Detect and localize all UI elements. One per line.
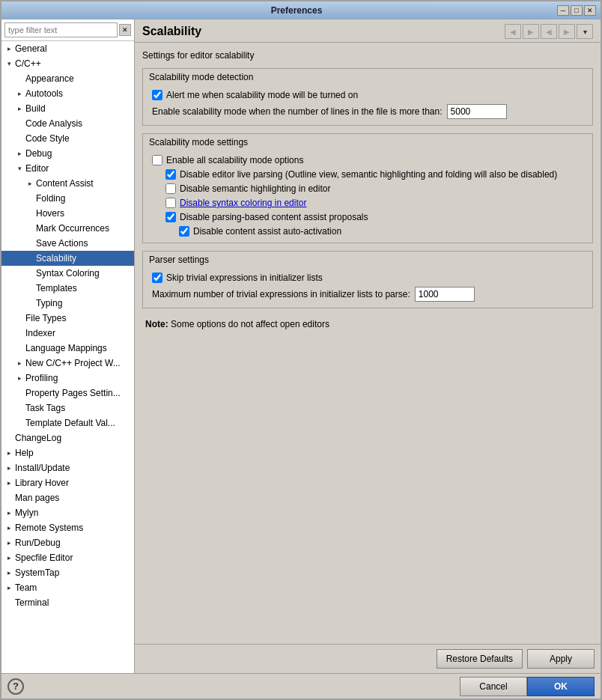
sidebar-item-code-style[interactable]: Code Style <box>1 131 134 146</box>
sidebar-item-label-specfile-editor: Specfile Editor <box>13 553 73 563</box>
sidebar-item-scalability[interactable]: Scalability <box>1 251 134 266</box>
filter-input[interactable] <box>4 22 118 37</box>
parser-section-content: Skip trivial expressions in initializer … <box>143 268 592 308</box>
sidebar-item-templates[interactable]: Templates <box>1 281 134 296</box>
filter-clear-button[interactable]: ✕ <box>119 24 131 36</box>
sidebar-item-content-assist[interactable]: ▸Content Assist <box>1 176 134 191</box>
sidebar-item-task-tags[interactable]: Task Tags <box>1 401 134 416</box>
sidebar-item-debug[interactable]: ▸Debug <box>1 146 134 161</box>
disable-auto-activation-checkbox[interactable] <box>179 226 189 237</box>
sidebar-item-property-pages-settings[interactable]: Property Pages Settin... <box>1 386 134 401</box>
sidebar-item-file-types[interactable]: File Types <box>1 311 134 326</box>
sidebar-item-label-mark-occurrences: Mark Occurrences <box>34 223 109 234</box>
sidebar-item-editor[interactable]: ▾Editor <box>1 161 134 176</box>
nav-back-button[interactable]: ◀ <box>505 24 521 39</box>
sidebar-item-template-default-values[interactable]: Template Default Val... <box>1 416 134 430</box>
sidebar-item-run-debug[interactable]: ▸Run/Debug <box>1 535 134 550</box>
nav-forward-button[interactable]: ▶ <box>523 24 539 39</box>
expand-icon-mark-occurrences <box>25 224 34 233</box>
sidebar-item-appearance[interactable]: Appearance <box>1 71 134 86</box>
sidebar-item-typing[interactable]: Typing <box>1 296 134 311</box>
disable-parsing-proposals-row: Disable parsing-based content assist pro… <box>149 212 586 222</box>
sidebar-item-syntax-coloring[interactable]: Syntax Coloring <box>1 266 134 281</box>
expand-icon-team: ▸ <box>4 583 13 592</box>
minimize-button[interactable]: ─ <box>557 5 569 16</box>
disable-live-parsing-checkbox[interactable] <box>165 169 176 180</box>
disable-syntax-label: Disable syntax coloring in editor <box>180 198 306 208</box>
sidebar-item-code-analysis[interactable]: Code Analysis <box>1 116 134 131</box>
sidebar-item-help[interactable]: ▸Help <box>1 445 134 460</box>
expand-icon-run-debug: ▸ <box>4 538 13 547</box>
enable-all-label: Enable all scalability mode options <box>166 155 303 165</box>
sidebar-item-changelog[interactable]: ChangeLog <box>1 430 134 445</box>
sidebar-item-label-save-actions: Save Actions <box>34 238 88 249</box>
maximize-button[interactable]: □ <box>571 5 583 16</box>
expand-icon-save-actions <box>25 239 34 248</box>
apply-button[interactable]: Apply <box>527 649 595 669</box>
sidebar-item-save-actions[interactable]: Save Actions <box>1 236 134 251</box>
expand-icon-profiling: ▸ <box>15 374 24 383</box>
sidebar-item-label-systemtap: SystemTap <box>13 567 59 578</box>
sidebar-item-c-cpp[interactable]: ▾C/C++ <box>1 56 134 71</box>
sidebar-item-remote-systems[interactable]: ▸Remote Systems <box>1 520 134 535</box>
alert-checkbox[interactable] <box>152 90 162 100</box>
sidebar-item-label-man-pages: Man pages <box>13 493 59 503</box>
expand-icon-terminal <box>4 598 13 607</box>
sidebar-item-install-update[interactable]: ▸Install/Update <box>1 460 134 475</box>
help-button[interactable]: ? <box>7 678 24 695</box>
sidebar-tree: ▸General▾C/C++Appearance▸Autotools▸Build… <box>1 41 134 673</box>
lines-threshold-input[interactable] <box>447 104 507 119</box>
max-trivial-input[interactable] <box>415 287 475 302</box>
sidebar-item-build[interactable]: ▸Build <box>1 101 134 116</box>
sidebar-item-label-content-assist: Content Assist <box>34 178 94 189</box>
sidebar-item-library-hover[interactable]: ▸Library Hover <box>1 475 134 490</box>
right-panel: Scalability ◀ ▶ ◀ ▶ ▾ Settings for edito… <box>135 19 601 673</box>
alert-checkbox-row: Alert me when scalability mode will be t… <box>149 90 586 100</box>
sidebar-item-label-scalability: Scalability <box>34 253 76 264</box>
sidebar-item-team[interactable]: ▸Team <box>1 580 134 595</box>
sidebar-item-specfile-editor[interactable]: ▸Specfile Editor <box>1 550 134 565</box>
disable-live-parsing-row: Disable editor live parsing (Outline vie… <box>149 169 586 180</box>
sidebar-item-label-hovers: Hovers <box>34 208 64 219</box>
nav-forward2-button[interactable]: ▶ <box>559 24 575 39</box>
skip-trivial-checkbox[interactable] <box>152 273 162 283</box>
sidebar-item-label-run-debug: Run/Debug <box>13 538 61 548</box>
expand-icon-task-tags <box>15 404 24 413</box>
alert-checkbox-label: Alert me when scalability mode will be t… <box>166 90 358 100</box>
sidebar-item-folding[interactable]: Folding <box>1 191 134 206</box>
nav-back2-button[interactable]: ◀ <box>541 24 557 39</box>
sidebar-item-profiling[interactable]: ▸Profiling <box>1 371 134 386</box>
note-strong: Note: <box>145 319 168 329</box>
sidebar-item-terminal[interactable]: Terminal <box>1 595 134 610</box>
sidebar-item-hovers[interactable]: Hovers <box>1 206 134 221</box>
close-button[interactable]: ✕ <box>584 5 596 16</box>
cancel-button[interactable]: Cancel <box>460 677 527 696</box>
sidebar-item-new-cpp-project[interactable]: ▸New C/C++ Project W... <box>1 356 134 371</box>
sidebar-item-label-c-cpp: C/C++ <box>13 58 41 69</box>
disable-syntax-checkbox[interactable] <box>165 198 176 208</box>
skip-trivial-row: Skip trivial expressions in initializer … <box>149 273 586 283</box>
disable-auto-activation-row: Disable content assist auto-activation <box>149 226 586 237</box>
sidebar-item-systemtap[interactable]: ▸SystemTap <box>1 565 134 580</box>
restore-defaults-button[interactable]: Restore Defaults <box>437 649 523 669</box>
sidebar-item-label-property-pages-settings: Property Pages Settin... <box>24 388 121 398</box>
expand-icon-specfile-editor: ▸ <box>4 553 13 562</box>
sidebar-item-indexer[interactable]: Indexer <box>1 326 134 341</box>
disable-proposals-checkbox[interactable] <box>165 212 176 222</box>
sidebar-item-mark-occurrences[interactable]: Mark Occurrences <box>1 221 134 236</box>
enable-all-checkbox[interactable] <box>152 155 162 165</box>
sidebar-item-mylyn[interactable]: ▸Mylyn <box>1 505 134 520</box>
sidebar-item-language-mappings[interactable]: Language Mappings <box>1 341 134 356</box>
expand-icon-appearance <box>15 74 24 83</box>
expand-icon-autotools: ▸ <box>15 89 24 98</box>
sidebar-item-general[interactable]: ▸General <box>1 41 134 56</box>
ok-button[interactable]: OK <box>527 677 595 696</box>
expand-icon-c-cpp: ▾ <box>4 59 13 68</box>
sidebar-item-label-changelog: ChangeLog <box>13 433 61 443</box>
sidebar-item-autotools[interactable]: ▸Autotools <box>1 86 134 101</box>
sidebar-item-man-pages[interactable]: Man pages <box>1 490 134 505</box>
expand-icon-man-pages <box>4 493 13 502</box>
nav-dropdown-button[interactable]: ▾ <box>577 24 593 39</box>
sidebar-item-label-task-tags: Task Tags <box>24 403 65 413</box>
disable-semantic-checkbox[interactable] <box>165 183 176 194</box>
